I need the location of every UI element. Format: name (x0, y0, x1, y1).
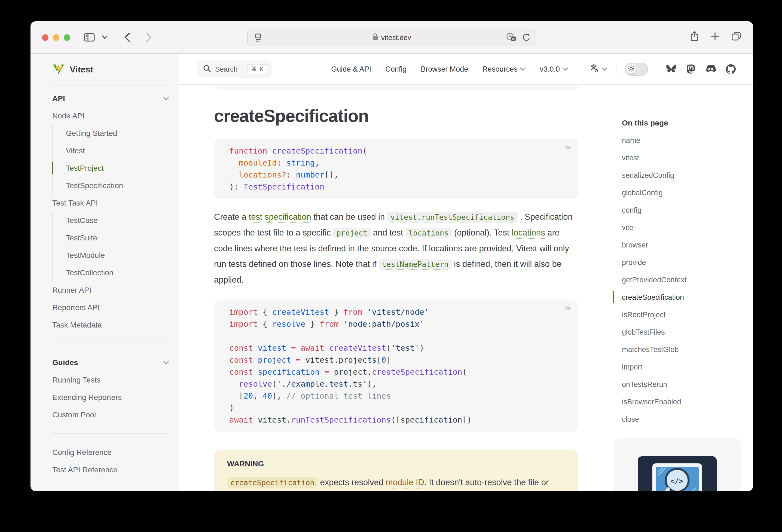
toc-item-close[interactable]: close (622, 411, 744, 428)
bluesky-icon[interactable] (666, 65, 676, 74)
toc-item-ontestsrerun[interactable]: onTestsRerun (622, 376, 744, 393)
svg-text:</>: </> (670, 477, 683, 485)
code-token: ( (272, 379, 277, 389)
link-test-specification[interactable]: test specification (249, 212, 311, 222)
code-token: specification (258, 367, 320, 377)
inline-code: project (333, 227, 371, 238)
text: Create a (214, 212, 249, 222)
zoom-button[interactable] (64, 34, 70, 41)
sidebar-section-guides[interactable]: Guides (52, 354, 169, 371)
code-token: vitest (258, 343, 286, 353)
sidebar-item-reporters-api[interactable]: Reporters API (52, 299, 169, 316)
minimize-button[interactable] (53, 34, 59, 41)
top-nav: Guide & APIConfigBrowser ModeResourcesv3… (331, 65, 568, 73)
warning-body: createSpecification expects resolved mod… (227, 475, 565, 491)
toc-item-isrootproject[interactable]: isRootProject (622, 306, 744, 323)
code-token (239, 182, 243, 191)
toc-title: On this page (622, 114, 744, 132)
sidebar-item-test-task-api[interactable]: Test Task API (52, 194, 169, 212)
close-button[interactable] (42, 34, 48, 41)
toc-item-config[interactable]: config (622, 202, 744, 219)
sidebar-item-test-api-reference[interactable]: Test API Reference (52, 461, 169, 478)
nav-item-v3-0-0[interactable]: v3.0.0 (540, 65, 568, 73)
language-menu[interactable]: A (590, 64, 607, 75)
code-token (320, 367, 324, 377)
code-token: 'test' (391, 343, 420, 353)
toc-item-serializedconfig[interactable]: serializedConfig (622, 167, 744, 184)
toc-item-name[interactable]: name (622, 132, 744, 149)
new-tab-icon[interactable] (711, 32, 719, 43)
link-module-id[interactable]: module ID (386, 477, 424, 487)
back-icon[interactable] (124, 21, 130, 54)
divider (657, 63, 657, 76)
github-icon[interactable] (726, 64, 736, 74)
code-line: resolve('./example.test.ts'), (229, 378, 563, 390)
nav-item-guide-api[interactable]: Guide & API (331, 65, 371, 73)
inline-code-link-testnamepattern[interactable]: testNamePattern (379, 259, 452, 270)
nav-item-config[interactable]: Config (385, 65, 406, 73)
toc-item-matchestestglob[interactable]: matchesTestGlob (622, 341, 744, 358)
sidebar-item-vitest[interactable]: Vitest (66, 142, 169, 159)
translate-icon[interactable]: A (506, 29, 516, 46)
inline-code-link-vitest-runtestspecifications[interactable]: vitest.runTestSpecifications (387, 212, 518, 222)
toolbar-chevron-down-icon[interactable] (102, 21, 108, 54)
code-token (286, 343, 291, 353)
sidebar-item-node-api[interactable]: Node API (52, 107, 169, 125)
theme-toggle[interactable] (625, 63, 648, 76)
sidebar-item-custom-pool[interactable]: Custom Pool (52, 406, 169, 424)
link-locations[interactable]: locations (511, 228, 545, 238)
sidebar-item-testmodule[interactable]: TestModule (66, 247, 169, 264)
code-token: createSpecification (272, 146, 362, 155)
code-token (282, 158, 286, 168)
code-token: = (324, 367, 329, 377)
toc-item-globtestfiles[interactable]: globTestFiles (622, 323, 744, 341)
code-token: ] (386, 355, 391, 364)
sidebar-item-testspecification[interactable]: TestSpecification (66, 177, 169, 194)
discord-icon[interactable] (705, 65, 716, 73)
toc-item-isbrowserenabled[interactable]: isBrowserEnabled (622, 393, 744, 411)
reload-icon[interactable] (522, 29, 530, 46)
code-token: from (320, 319, 339, 329)
sidebar-item-testproject[interactable]: TestProject (66, 159, 169, 177)
sidebar-item-extending-reporters[interactable]: Extending Reporters (52, 389, 169, 406)
sidebar-group: TestCaseTestSuiteTestModuleTestCollectio… (52, 212, 169, 282)
sidebar-item-task-metadata[interactable]: Task Metadata (52, 316, 169, 334)
search-button[interactable]: Search ⌘ K (197, 61, 272, 78)
sidebar-item-testcollection[interactable]: TestCollection (66, 264, 169, 282)
tab-overview-icon[interactable] (731, 32, 741, 43)
sidebar-item-testcase[interactable]: TestCase (66, 212, 169, 229)
toc-item-vitest[interactable]: vitest (622, 149, 744, 167)
toc-item-import[interactable]: import (622, 358, 744, 376)
mastodon-icon[interactable] (686, 64, 696, 74)
code-token: { (258, 319, 272, 329)
code-token: vitest. (258, 415, 291, 424)
code-token (253, 343, 257, 353)
nav-item-resources[interactable]: Resources (482, 65, 526, 73)
code-token (268, 146, 272, 155)
code-token: ], (272, 391, 286, 400)
share-icon[interactable] (690, 31, 699, 43)
sidebar-item-testsuite[interactable]: TestSuite (66, 229, 169, 247)
code-token: locations (239, 170, 282, 179)
sidebar-item-running-tests[interactable]: Running Tests (52, 371, 169, 389)
sidebar-item-runner-api[interactable]: Runner API (52, 282, 169, 299)
toc-item-createspecification[interactable]: createSpecification (622, 289, 744, 306)
site-logo[interactable]: Vitest (31, 54, 179, 85)
toc-item-vite[interactable]: vite (622, 219, 744, 236)
toc-item-provide[interactable]: provide (622, 254, 744, 271)
sidebar-item-getting-started[interactable]: Getting Started (66, 125, 169, 142)
code-token: } (329, 307, 343, 317)
sidebar-section-api[interactable]: API (52, 90, 169, 107)
toc-item-browser[interactable]: browser (622, 236, 744, 254)
nav-item-browser-mode[interactable]: Browser Mode (421, 65, 468, 73)
browser-window: vitest.dev A (31, 21, 753, 491)
sidebar-toggle-icon[interactable] (84, 21, 95, 54)
address-bar[interactable]: vitest.dev A (247, 29, 536, 46)
code-token: import (229, 319, 258, 329)
sidebar-item-config-reference[interactable]: Config Reference (52, 444, 169, 461)
toc-item-globalconfig[interactable]: globalConfig (622, 184, 744, 202)
forward-icon[interactable] (146, 21, 152, 54)
section-label: Guides (52, 358, 78, 367)
sponsor-card[interactable]: </> (614, 438, 741, 491)
toc-item-getprovidedcontext[interactable]: getProvidedContext (622, 271, 744, 289)
